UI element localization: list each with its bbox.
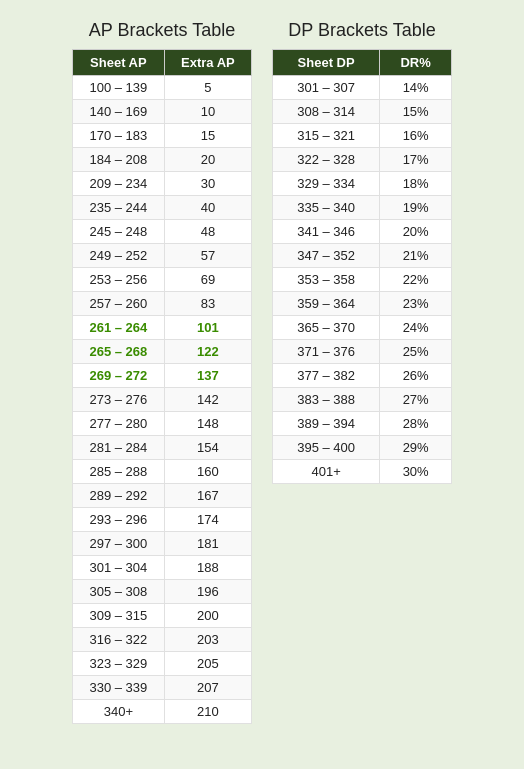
dp-range-cell: 322 – 328 (273, 148, 380, 172)
dp-value-cell: 27% (380, 388, 452, 412)
ap-value-cell: 210 (164, 700, 251, 724)
dp-value-cell: 23% (380, 292, 452, 316)
dp-value-cell: 25% (380, 340, 452, 364)
ap-range-cell: 305 – 308 (73, 580, 165, 604)
dp-range-cell: 315 – 321 (273, 124, 380, 148)
dp-value-cell: 26% (380, 364, 452, 388)
dp-range-cell: 353 – 358 (273, 268, 380, 292)
dp-table-row: 322 – 32817% (273, 148, 452, 172)
ap-range-cell: 245 – 248 (73, 220, 165, 244)
ap-range-cell: 323 – 329 (73, 652, 165, 676)
ap-value-cell: 160 (164, 460, 251, 484)
dp-table-row: 359 – 36423% (273, 292, 452, 316)
dp-range-cell: 401+ (273, 460, 380, 484)
dp-value-cell: 21% (380, 244, 452, 268)
ap-range-cell: 301 – 304 (73, 556, 165, 580)
ap-table-row: 340+210 (73, 700, 252, 724)
ap-value-cell: 196 (164, 580, 251, 604)
ap-table-row: 309 – 315200 (73, 604, 252, 628)
ap-header-sheet: Sheet AP (73, 50, 165, 76)
ap-range-cell: 253 – 256 (73, 268, 165, 292)
ap-table-row: 209 – 23430 (73, 172, 252, 196)
ap-range-cell: 297 – 300 (73, 532, 165, 556)
dp-value-cell: 16% (380, 124, 452, 148)
dp-value-cell: 29% (380, 436, 452, 460)
dp-value-cell: 22% (380, 268, 452, 292)
ap-table-row: 184 – 20820 (73, 148, 252, 172)
ap-value-cell: 20 (164, 148, 251, 172)
dp-header-dr: DR% (380, 50, 452, 76)
ap-range-cell: 273 – 276 (73, 388, 165, 412)
ap-value-cell: 69 (164, 268, 251, 292)
dp-table-row: 365 – 37024% (273, 316, 452, 340)
ap-value-cell: 142 (164, 388, 251, 412)
dp-range-cell: 365 – 370 (273, 316, 380, 340)
dp-range-cell: 377 – 382 (273, 364, 380, 388)
dp-range-cell: 395 – 400 (273, 436, 380, 460)
ap-header-extra: Extra AP (164, 50, 251, 76)
dp-range-cell: 383 – 388 (273, 388, 380, 412)
ap-range-cell: 261 – 264 (73, 316, 165, 340)
ap-range-cell: 289 – 292 (73, 484, 165, 508)
dp-table-row: 341 – 34620% (273, 220, 452, 244)
ap-value-cell: 40 (164, 196, 251, 220)
ap-table-row: 140 – 16910 (73, 100, 252, 124)
dp-value-cell: 28% (380, 412, 452, 436)
ap-range-cell: 100 – 139 (73, 76, 165, 100)
ap-table-row: 261 – 264101 (73, 316, 252, 340)
ap-range-cell: 140 – 169 (73, 100, 165, 124)
ap-range-cell: 269 – 272 (73, 364, 165, 388)
dp-range-cell: 359 – 364 (273, 292, 380, 316)
ap-range-cell: 340+ (73, 700, 165, 724)
dp-table-row: 389 – 39428% (273, 412, 452, 436)
ap-value-cell: 203 (164, 628, 251, 652)
ap-range-cell: 249 – 252 (73, 244, 165, 268)
ap-range-cell: 293 – 296 (73, 508, 165, 532)
dp-table-row: 401+30% (273, 460, 452, 484)
dp-table: Sheet DP DR% 301 – 30714%308 – 31415%315… (272, 49, 452, 484)
ap-range-cell: 209 – 234 (73, 172, 165, 196)
dp-range-cell: 347 – 352 (273, 244, 380, 268)
ap-value-cell: 15 (164, 124, 251, 148)
ap-range-cell: 281 – 284 (73, 436, 165, 460)
dp-value-cell: 19% (380, 196, 452, 220)
dp-table-row: 395 – 40029% (273, 436, 452, 460)
ap-value-cell: 5 (164, 76, 251, 100)
dp-range-cell: 371 – 376 (273, 340, 380, 364)
dp-table-row: 335 – 34019% (273, 196, 452, 220)
ap-range-cell: 309 – 315 (73, 604, 165, 628)
ap-value-cell: 122 (164, 340, 251, 364)
ap-table-row: 269 – 272137 (73, 364, 252, 388)
ap-table-row: 285 – 288160 (73, 460, 252, 484)
ap-range-cell: 184 – 208 (73, 148, 165, 172)
dp-value-cell: 18% (380, 172, 452, 196)
dp-value-cell: 15% (380, 100, 452, 124)
ap-range-cell: 235 – 244 (73, 196, 165, 220)
ap-table-row: 297 – 300181 (73, 532, 252, 556)
ap-value-cell: 57 (164, 244, 251, 268)
ap-table-row: 330 – 339207 (73, 676, 252, 700)
dp-range-cell: 301 – 307 (273, 76, 380, 100)
dp-range-cell: 329 – 334 (273, 172, 380, 196)
ap-value-cell: 83 (164, 292, 251, 316)
dp-value-cell: 30% (380, 460, 452, 484)
ap-value-cell: 174 (164, 508, 251, 532)
ap-table-title: AP Brackets Table (72, 20, 252, 41)
ap-value-cell: 30 (164, 172, 251, 196)
dp-table-row: 347 – 35221% (273, 244, 452, 268)
ap-table-row: 273 – 276142 (73, 388, 252, 412)
dp-table-title: DP Brackets Table (272, 20, 452, 41)
ap-range-cell: 330 – 339 (73, 676, 165, 700)
ap-table-row: 249 – 25257 (73, 244, 252, 268)
ap-value-cell: 167 (164, 484, 251, 508)
ap-value-cell: 48 (164, 220, 251, 244)
page-wrapper: AP Brackets Table Sheet AP Extra AP 100 … (62, 10, 462, 734)
dp-value-cell: 20% (380, 220, 452, 244)
ap-table-row: 281 – 284154 (73, 436, 252, 460)
ap-value-cell: 154 (164, 436, 251, 460)
ap-table-section: AP Brackets Table Sheet AP Extra AP 100 … (72, 20, 252, 724)
dp-table-row: 371 – 37625% (273, 340, 452, 364)
dp-value-cell: 14% (380, 76, 452, 100)
dp-value-cell: 24% (380, 316, 452, 340)
ap-table-row: 170 – 18315 (73, 124, 252, 148)
